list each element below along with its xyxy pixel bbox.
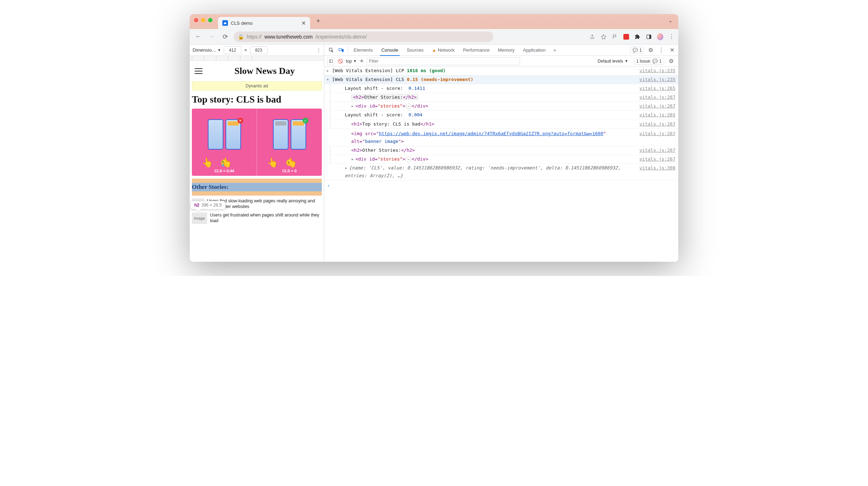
clear-console-icon[interactable]: 🚫 [338, 59, 343, 64]
expand-caret-icon[interactable]: ▸ [351, 155, 355, 163]
tab-sources[interactable]: Sources [402, 45, 428, 56]
back-button[interactable]: ← [193, 32, 203, 42]
tabs-overflow-button[interactable]: ⌄ [667, 16, 674, 25]
source-link[interactable]: vitals.js:308 [635, 164, 675, 172]
maximize-window-button[interactable] [208, 18, 212, 22]
highlight-band [192, 191, 322, 196]
phone-icon [208, 119, 223, 150]
highlight-band [192, 179, 322, 183]
live-expression-icon[interactable]: 👁 [360, 59, 364, 64]
log-levels-selector[interactable]: Default levels▼ [598, 59, 628, 64]
browser-tab[interactable]: CLS demo ✕ [218, 17, 310, 29]
tab-close-button[interactable]: ✕ [301, 20, 306, 27]
tab-elements[interactable]: Elements [349, 45, 377, 56]
x-mark-icon: ✕ [238, 118, 243, 123]
expand-caret-icon[interactable]: ▸ [326, 67, 332, 75]
console-row[interactable]: ▸ [Web Vitals Extension] LCP 1816 ms (go… [324, 66, 678, 75]
url-scheme: https:// [247, 34, 262, 40]
console-row[interactable]: vitals.js:267<img src="https://web-dev.i… [324, 129, 678, 146]
minimize-window-button[interactable] [201, 18, 205, 22]
browser-window: CLS demo ✕ ＋ ⌄ ← → ⟳ 🔒 https://www.tunet… [190, 14, 678, 262]
address-bar[interactable]: 🔒 https://www.tunetheweb.com/experiments… [234, 31, 493, 42]
ellipsis-icon[interactable]: ⋯ [405, 104, 412, 109]
chevron-down-icon: ▼ [353, 59, 357, 63]
console-output: ▸ [Web Vitals Extension] LCP 1816 ms (go… [324, 66, 678, 262]
issues-link[interactable]: 1 Issue:💬1 [634, 58, 664, 65]
context-selector[interactable]: top▼ [346, 59, 357, 64]
source-link[interactable]: vitals.js:267 [635, 102, 675, 110]
devtools-close-icon[interactable]: ✕ [668, 47, 676, 53]
inspect-icon[interactable] [326, 45, 336, 56]
source-link[interactable]: vitals.js:267 [635, 120, 675, 128]
flag-icon[interactable] [612, 34, 618, 40]
tooltip-tag: h2 [194, 203, 199, 208]
device-select[interactable]: Dimensio… ▼ [193, 47, 221, 53]
devtools-menu-icon[interactable]: ⋮ [657, 47, 666, 53]
console-prompt[interactable]: › [324, 180, 678, 191]
device-menu-button[interactable]: ⋮ [316, 47, 321, 53]
bookmark-star-icon[interactable] [600, 34, 607, 40]
console-settings-icon[interactable]: ⚙ [667, 58, 675, 64]
console-row[interactable]: ▸<div id="stories">⋯</div> vitals.js:267 [324, 102, 678, 111]
console-sidebar-toggle[interactable] [327, 57, 335, 65]
tab-memory[interactable]: Memory [494, 45, 519, 56]
source-link[interactable]: vitals.js:267 [635, 146, 675, 154]
console-row[interactable]: Layout shift - score: 0.1411 vitals.js:2… [324, 84, 678, 93]
collapse-caret-icon[interactable]: ▾ [326, 76, 332, 83]
ellipsis-icon[interactable]: ⋯ [405, 157, 412, 162]
console-row[interactable]: ▸<div id="stories">⋯</div> vitals.js:267 [324, 155, 678, 164]
console-row[interactable]: <h2>Other Stories:</h2> vitals.js:267 [324, 146, 678, 155]
console-row[interactable]: ▾ [Web Vitals Extension] CLS 0.15 (needs… [324, 75, 678, 84]
source-link[interactable]: vitals.js:235 [635, 67, 675, 75]
devtools-tabs: Elements Console Sources ▲Network Perfor… [324, 45, 678, 56]
svg-rect-3 [339, 48, 342, 51]
ad-label: Dynamic ad [246, 83, 268, 88]
source-link[interactable]: vitals.js:235 [635, 76, 675, 83]
share-icon[interactable] [589, 34, 595, 40]
width-input[interactable] [224, 46, 241, 54]
console-row[interactable]: <h2>Other Stories:</h2> vitals.js:267 [324, 93, 678, 102]
browser-menu-icon[interactable]: ⋮ [668, 34, 675, 40]
svg-rect-4 [342, 49, 344, 52]
tab-console[interactable]: Console [377, 45, 402, 56]
hamburger-icon[interactable] [195, 68, 202, 74]
expand-caret-icon[interactable]: ▸ [345, 164, 349, 172]
console-row[interactable]: <h1>Top story: CLS is bad</h1> vitals.js… [324, 120, 678, 129]
source-link[interactable]: vitals.js:265 [635, 85, 675, 92]
extension-red-icon[interactable] [623, 34, 629, 40]
close-window-button[interactable] [194, 18, 198, 22]
url-link[interactable]: https://web-dev.imgix.net/image/admin/74… [379, 131, 603, 136]
settings-icon[interactable]: ⚙ [646, 47, 655, 53]
source-link[interactable]: vitals.js:265 [635, 111, 675, 119]
profile-avatar-icon[interactable] [657, 34, 663, 40]
side-panel-icon[interactable] [646, 34, 652, 40]
url-path: /experiments/cls-demo/ [315, 34, 367, 40]
source-link[interactable]: vitals.js:267 [635, 155, 675, 163]
tab-performance[interactable]: Performance [459, 45, 493, 56]
filter-input[interactable] [367, 57, 520, 65]
expand-caret-icon[interactable]: ▸ [351, 102, 355, 110]
story-item: Image Users get frustrated when pages sh… [192, 213, 322, 224]
reload-button[interactable]: ⟳ [220, 32, 230, 42]
extensions-icon[interactable] [634, 34, 641, 40]
phone-icon: ✕ [225, 119, 241, 150]
height-input[interactable] [250, 46, 268, 54]
check-mark-icon: ✓ [303, 118, 308, 123]
tab-favicon [222, 20, 228, 26]
forward-button[interactable]: → [207, 32, 217, 42]
tab-application[interactable]: Application [519, 45, 550, 56]
new-tab-button[interactable]: ＋ [310, 16, 326, 25]
console-toolbar: 🚫 top▼ 👁 Default levels▼ 1 Issue:💬1 ⚙ [324, 56, 678, 66]
tab-network[interactable]: ▲Network [428, 45, 459, 56]
headline: Top story: CLS is bad [192, 94, 322, 105]
tabs-overflow-icon[interactable]: » [550, 45, 560, 56]
source-link[interactable]: vitals.js:267 [635, 130, 675, 138]
device-toggle-icon[interactable] [336, 45, 346, 56]
phone-icon [273, 119, 289, 150]
dimensions-toolbar: Dimensio… ▼ × ⋮ [190, 45, 324, 56]
console-row[interactable]: vitals.js:308▸{name: 'CLS', value: 0.145… [324, 164, 678, 180]
source-link[interactable]: vitals.js:267 [635, 93, 675, 101]
issues-chip[interactable]: 💬1 [630, 47, 644, 54]
chevron-down-icon: ▼ [624, 59, 628, 63]
console-row[interactable]: Layout shift - score: 0.004 vitals.js:26… [324, 111, 678, 120]
